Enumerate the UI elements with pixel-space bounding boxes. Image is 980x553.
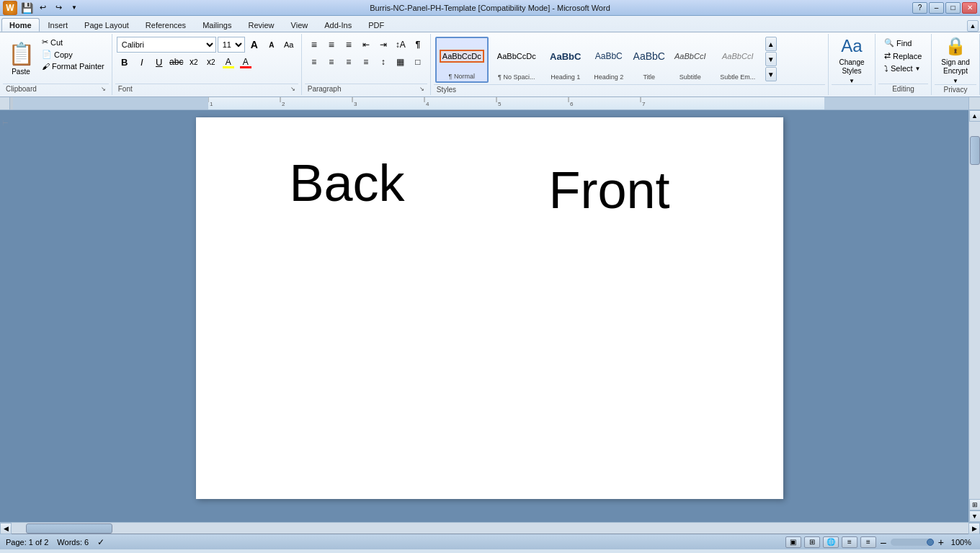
select-button[interactable]: ⤵ Select ▼ xyxy=(880,63,926,74)
find-button[interactable]: 🔍 Find xyxy=(880,37,926,49)
format-painter-button[interactable]: 🖌 Format Painter xyxy=(39,61,107,71)
maximize-btn[interactable]: □ xyxy=(945,2,961,14)
shading-btn[interactable]: ▦ xyxy=(393,54,409,70)
view-draft-btn[interactable]: ≡ xyxy=(860,536,876,548)
sign-encrypt-button[interactable]: 🔒 Sign andEncrypt ▼ xyxy=(936,37,975,83)
help-btn[interactable]: ? xyxy=(912,2,927,14)
hscroll-track[interactable] xyxy=(12,523,968,534)
style-subtitle[interactable]: AaBbCcI Subtitle xyxy=(669,37,712,83)
tab-review[interactable]: Review xyxy=(240,18,282,32)
tab-pagelayout[interactable]: Page Layout xyxy=(76,18,137,32)
title-left: W 💾 ↩ ↪ ▼ xyxy=(3,1,81,15)
text-back[interactable]: Back xyxy=(290,153,405,212)
change-styles-button[interactable]: Aa Change Styles ▼ xyxy=(833,37,870,83)
paste-icon: 📋 xyxy=(8,41,35,66)
style-heading2[interactable]: AaBbC Heading 2 xyxy=(588,37,630,83)
window-controls: ? – □ ✕ xyxy=(912,2,977,14)
font-color-btn[interactable]: A xyxy=(238,54,254,70)
quick-access-save[interactable]: 💾 xyxy=(20,1,33,14)
bullet-list-btn[interactable]: ≡ xyxy=(306,37,322,53)
styles-scroll-down[interactable]: ▼ xyxy=(765,52,777,66)
border-btn[interactable]: □ xyxy=(410,54,426,70)
view-web-btn[interactable]: 🌐 xyxy=(823,536,839,548)
font-name-select[interactable]: Calibri xyxy=(117,37,216,53)
scroll-thumb-v[interactable] xyxy=(970,136,980,165)
italic-btn[interactable]: I xyxy=(134,54,150,70)
decrease-indent-btn[interactable]: ⇤ xyxy=(358,37,374,53)
superscript-btn[interactable]: x2 xyxy=(203,54,219,70)
view-print-btn[interactable]: ▣ xyxy=(785,536,801,548)
para-expand-icon[interactable]: ↘ xyxy=(419,86,424,92)
cut-button[interactable]: ✂ Cut xyxy=(39,37,107,48)
scroll-down-btn[interactable]: ▼ xyxy=(969,511,981,522)
quick-access-dropdown[interactable]: ▼ xyxy=(68,1,81,14)
replace-button[interactable]: ⇄ Replace xyxy=(880,50,926,62)
view-fullscreen-btn[interactable]: ⊞ xyxy=(804,536,820,548)
show-hide-btn[interactable]: ¶ xyxy=(410,37,426,53)
tab-view[interactable]: View xyxy=(283,18,316,32)
minimize-btn[interactable]: – xyxy=(929,2,944,14)
sort-btn[interactable]: ↕A xyxy=(393,37,409,53)
styles-scroll-up[interactable]: ▲ xyxy=(765,37,777,51)
scroll-track-v[interactable] xyxy=(969,122,980,499)
font-style-row: B I U abc x2 x2 A A xyxy=(117,54,254,70)
tab-pdf[interactable]: PDF xyxy=(360,18,392,32)
increase-indent-btn[interactable]: ⇥ xyxy=(375,37,391,53)
style-subtleemph[interactable]: AaBbCcI Subtle Em... xyxy=(713,37,762,83)
tab-addins[interactable]: Add-Ins xyxy=(316,18,360,32)
hscroll-left-btn[interactable]: ◀ xyxy=(0,523,12,534)
zoom-plus-btn[interactable]: + xyxy=(937,536,945,548)
font-grow-btn[interactable]: A xyxy=(246,37,262,53)
strikethrough-btn[interactable]: abc xyxy=(169,54,184,70)
font-shrink-btn[interactable]: A xyxy=(264,37,280,53)
tab-references[interactable]: References xyxy=(138,18,194,32)
office-logo[interactable]: W xyxy=(3,1,17,15)
text-front[interactable]: Front xyxy=(549,161,670,220)
style-nospacing[interactable]: AaBbCcDc ¶ No Spaci... xyxy=(490,37,543,83)
underline-btn[interactable]: U xyxy=(151,54,167,70)
font-highlight-btn[interactable]: A xyxy=(220,54,236,70)
font-size-select[interactable]: 11 xyxy=(218,37,245,53)
tab-mailings[interactable]: Mailings xyxy=(195,18,239,32)
zoom-slider[interactable] xyxy=(891,539,934,546)
font-expand-icon[interactable]: ↘ xyxy=(290,86,295,92)
quick-access-redo[interactable]: ↪ xyxy=(52,1,65,14)
ribbon-minimize-btn[interactable]: ▲ xyxy=(967,20,979,32)
style-subtleemph-label: Subtle Em... xyxy=(720,73,755,81)
view-outline-btn[interactable]: ≡ xyxy=(842,536,858,548)
numbered-list-btn[interactable]: ≡ xyxy=(324,37,339,53)
subscript-btn[interactable]: x2 xyxy=(186,54,202,70)
font-clear-btn[interactable]: Aa xyxy=(281,37,297,53)
copy-button[interactable]: 📄 Copy xyxy=(39,49,107,60)
close-btn[interactable]: ✕ xyxy=(962,2,977,14)
tab-home[interactable]: Home xyxy=(1,18,40,32)
style-normal[interactable]: AaBbCcDc ¶ Normal xyxy=(435,37,489,83)
line-spacing-btn[interactable]: ↕ xyxy=(375,54,391,70)
hscroll-thumb[interactable] xyxy=(26,523,112,534)
multilevel-list-btn[interactable]: ≡ xyxy=(341,37,357,53)
align-left-btn[interactable]: ≡ xyxy=(306,54,322,70)
zoom-minus-btn[interactable]: – xyxy=(879,536,888,548)
align-right-btn[interactable]: ≡ xyxy=(341,54,357,70)
ruler-scale[interactable]: 1 2 3 4 5 6 7 xyxy=(208,97,824,109)
scroll-resize-btn[interactable]: ⊞ xyxy=(969,499,981,511)
scroll-up-btn[interactable]: ▲ xyxy=(969,110,981,122)
style-subtitle-label: Subtitle xyxy=(680,73,701,81)
page-info: Page: 1 of 2 xyxy=(6,538,48,547)
align-center-btn[interactable]: ≡ xyxy=(324,54,339,70)
document-area[interactable]: Back Front xyxy=(10,110,968,522)
tab-insert[interactable]: Insert xyxy=(40,18,76,32)
justify-btn[interactable]: ≡ xyxy=(358,54,374,70)
quick-access-undo[interactable]: ↩ xyxy=(36,1,49,14)
zoom-thumb[interactable] xyxy=(927,539,934,546)
style-title[interactable]: AaBbC Title xyxy=(631,37,667,83)
styles-more[interactable]: ▼ xyxy=(765,67,777,81)
document-page[interactable]: Back Front xyxy=(196,117,783,499)
bold-btn[interactable]: B xyxy=(117,54,133,70)
hscroll-right-btn[interactable]: ▶ xyxy=(968,523,980,534)
paste-button[interactable]: 📋 Paste xyxy=(4,37,37,80)
font-group-label-container: Font ↘ xyxy=(115,84,298,94)
status-right: ▣ ⊞ 🌐 ≡ ≡ – + 100% xyxy=(785,536,974,548)
clipboard-expand-icon[interactable]: ↘ xyxy=(101,86,106,92)
style-heading1[interactable]: AaBbC Heading 1 xyxy=(545,37,587,83)
